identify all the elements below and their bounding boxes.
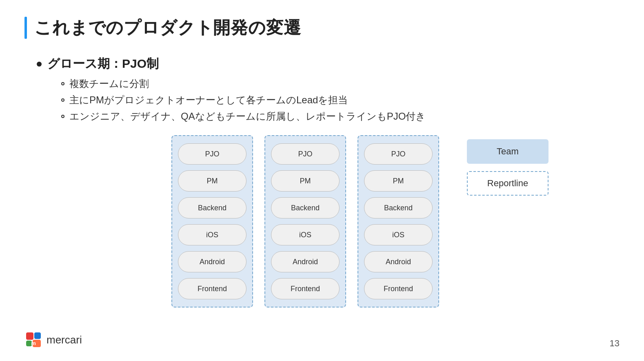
legend-area: Team Reportline: [467, 139, 549, 196]
col3-android: Android: [364, 251, 433, 272]
sub-dot-1: [61, 82, 64, 85]
diagram-area: PJO PM Backend iOS Android Frontend PJO …: [171, 135, 620, 308]
col2-ios: iOS: [271, 224, 340, 245]
col2-frontend: Frontend: [271, 278, 340, 299]
bullet-dot-main: [37, 62, 42, 67]
col3-pm: PM: [364, 170, 433, 192]
svg-rect-2: [34, 332, 41, 339]
col1-frontend: Frontend: [178, 278, 246, 299]
mercari-name: mercari: [47, 334, 82, 346]
page-title: これまでのプロダクト開発の変遷: [34, 16, 301, 39]
sub-bullets: 複数チームに分割 主にPMがプロジェクトオーナーとして各チームのLeadを担当 …: [61, 77, 620, 123]
legend-reportline-box: Reportline: [467, 171, 549, 196]
main-bullet: グロース期：PJO制: [37, 56, 620, 72]
title-accent-bar: [24, 17, 27, 39]
col1-android: Android: [178, 251, 246, 272]
col1-pjo: PJO: [178, 143, 246, 165]
legend-team-box: Team: [467, 139, 549, 164]
col1-ios: iOS: [178, 224, 246, 245]
page-number: 13: [610, 338, 620, 349]
sub-dot-3: [61, 115, 64, 118]
team-column-3: PJO PM Backend iOS Android Frontend: [358, 135, 439, 308]
col2-backend: Backend: [271, 197, 340, 218]
team-column-1: PJO PM Backend iOS Android Frontend: [171, 135, 253, 308]
content-area: グロース期：PJO制 複数チームに分割 主にPMがプロジェクトオーナーとして各チ…: [37, 56, 620, 123]
title-bar: これまでのプロダクト開発の変遷: [24, 16, 620, 39]
slide: これまでのプロダクト開発の変遷 グロース期：PJO制 複数チームに分割 主にPM…: [0, 0, 644, 361]
mercari-icon: m: [24, 331, 42, 349]
col2-pjo: PJO: [271, 143, 340, 165]
col1-pm: PM: [178, 170, 246, 192]
col3-ios: iOS: [364, 224, 433, 245]
sub-bullet-1: 複数チームに分割: [61, 77, 620, 90]
team-column-2: PJO PM Backend iOS Android Frontend: [264, 135, 346, 308]
sub-bullet-3: エンジニア、デザイナ、QAなどもチームに所属し、レポートラインもPJO付き: [61, 110, 620, 123]
col2-pm: PM: [271, 170, 340, 192]
sub-dot-2: [61, 98, 64, 102]
mercari-logo: m mercari: [24, 331, 82, 349]
col3-backend: Backend: [364, 197, 433, 218]
col1-backend: Backend: [178, 197, 246, 218]
sub-bullet-2: 主にPMがプロジェクトオーナーとして各チームのLeadを担当: [61, 94, 620, 107]
svg-rect-1: [26, 332, 33, 340]
col3-frontend: Frontend: [364, 278, 433, 299]
svg-text:m: m: [31, 340, 36, 346]
footer: m mercari: [24, 331, 82, 349]
col2-android: Android: [271, 251, 340, 272]
col3-pjo: PJO: [364, 143, 433, 165]
